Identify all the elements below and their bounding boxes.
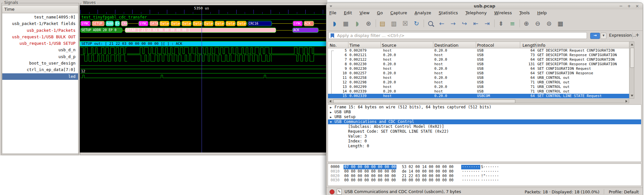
- expander-icon[interactable]: ▼: [328, 120, 334, 125]
- go-back-icon[interactable]: ←: [438, 19, 446, 28]
- reload-icon[interactable]: ↻: [412, 19, 421, 28]
- go-last-icon[interactable]: ⇥: [483, 19, 491, 28]
- save-file-icon[interactable]: ▥: [390, 19, 398, 28]
- scroll-right-icon[interactable]: [626, 100, 627, 103]
- column-header[interactable]: No.: [330, 42, 337, 48]
- ascii-bytes[interactable]: S·······: [481, 165, 499, 169]
- hex-row[interactable]: 0010 00 00 00 00 00 00 00 00 de 14 00 00…: [328, 169, 641, 174]
- profile-label[interactable]: Profile: Default: [609, 189, 639, 194]
- expert-info-icon[interactable]: [330, 189, 334, 194]
- packet-row[interactable]: 10 0.002257 0.20.0 host USB 64 SET CONFI…: [328, 71, 629, 76]
- menu-view[interactable]: View: [357, 10, 372, 16]
- ascii-bytes[interactable]: ········: [462, 174, 480, 178]
- start-capture-icon[interactable]: ◗: [330, 19, 339, 28]
- tree-row[interactable]: Length: 0: [328, 144, 641, 149]
- display-filter-input[interactable]: Apply a display filter ... <Ctrl-/>: [328, 32, 587, 39]
- vscroll-thumb[interactable]: [630, 48, 634, 68]
- tree-row[interactable]: ▼USB Communications and CDC Control: [328, 119, 641, 124]
- capture-options-icon[interactable]: ⊛: [364, 19, 373, 28]
- toolbar-separator[interactable]: [424, 19, 424, 27]
- tree-row[interactable]: Request Code: SET CONTROL LINE STATE (0x…: [328, 129, 641, 134]
- menu-file[interactable]: File: [326, 10, 339, 16]
- tree-row[interactable]: ▶Frame 15: 64 bytes on wire (512 bits), …: [328, 105, 641, 110]
- tree-row[interactable]: ▶URB setup: [328, 115, 641, 119]
- hex-bytes[interactable]: 00 00 00 00 00 00 00 00: [344, 169, 396, 174]
- signal-row[interactable]: test_name[4095:0]: [2, 14, 78, 20]
- zoom-in-icon[interactable]: ⊕: [522, 19, 531, 28]
- menu-telephony[interactable]: Telephony: [463, 10, 490, 16]
- expander-icon[interactable]: ▶: [328, 105, 334, 110]
- zoom-original-icon[interactable]: ⊜: [545, 19, 553, 28]
- packet-row[interactable]: 9 0.002230 host 0.20.0 USB 64 SET CONFIG…: [328, 67, 629, 71]
- hex-bytes[interactable]: de 14 00 00 00 00 00 00: [402, 169, 453, 174]
- zoom-out-icon[interactable]: ⊖: [533, 19, 542, 28]
- signal-row[interactable]: boot_to_user_design: [2, 60, 78, 67]
- hex-bytes[interactable]: 00 00 00 00 00 00 00 00: [344, 178, 396, 183]
- packet-list-hscrollbar[interactable]: [328, 99, 629, 103]
- close-file-icon[interactable]: ☒: [401, 19, 409, 28]
- maximize-button[interactable]: +: [626, 4, 632, 9]
- packet-row[interactable]: 13 0.002299 host 0.20.0 USB 71 URB_CONTR…: [328, 85, 629, 89]
- hex-bytes[interactable]: 53 02 00 14 00 00 00 00: [402, 165, 453, 169]
- tree-row[interactable]: Index: 0: [328, 139, 641, 144]
- tree-row[interactable]: [Subclass: Abstract Control Model (0x02)…: [328, 124, 641, 129]
- column-header[interactable]: Info: [537, 42, 545, 48]
- go-first-icon[interactable]: ⇤: [472, 19, 480, 28]
- colorize-icon[interactable]: ≡: [508, 19, 517, 28]
- toolbar-separator[interactable]: [494, 19, 495, 27]
- signal-row[interactable]: usb_packet-1/Packets: [2, 27, 78, 34]
- menu-wireless[interactable]: Wireless: [491, 10, 515, 16]
- scroll-down-icon[interactable]: [631, 95, 633, 97]
- signal-row[interactable]: led: [2, 73, 78, 80]
- expander-icon[interactable]: ▶: [328, 110, 334, 115]
- open-file-icon[interactable]: ▤: [378, 19, 387, 28]
- ascii-bytes[interactable]: !"······: [481, 174, 499, 178]
- packet-list-vscrollbar[interactable]: [629, 42, 634, 99]
- signal-row[interactable]: usb_request-1/USB SETUP: [2, 40, 78, 47]
- signals-time-header[interactable]: Time: [2, 6, 78, 13]
- menu-statistics[interactable]: Statistics: [436, 10, 461, 16]
- ascii-bytes[interactable]: ········: [481, 169, 499, 174]
- hex-bytes[interactable]: 21 22 03 00 00 00 00 00: [402, 174, 453, 178]
- scroll-up-icon[interactable]: [631, 43, 633, 45]
- go-forward-icon[interactable]: →: [449, 19, 457, 28]
- signal-row[interactable]: usb_packet-1/Packet fields: [2, 20, 78, 27]
- auto-scroll-icon[interactable]: ⇟: [497, 19, 505, 28]
- toolbar-separator[interactable]: [376, 19, 376, 27]
- signal-row[interactable]: usb_request-1/USB BULK OUT: [2, 34, 78, 40]
- tree-row[interactable]: ▶USB URB: [328, 110, 641, 115]
- column-header[interactable]: Length: [522, 42, 537, 48]
- ascii-bytes[interactable]: ········: [462, 169, 480, 174]
- column-header[interactable]: Protocol: [477, 42, 494, 48]
- wave-cursor-line[interactable]: [202, 10, 202, 152]
- packet-row[interactable]: 5 0.002079 host 0.20.0 USB 64 GET DESCRI…: [328, 48, 629, 53]
- capture-comment-icon[interactable]: ✎: [337, 189, 342, 195]
- apply-filter-button[interactable]: →: [590, 33, 600, 39]
- column-header[interactable]: Destination: [434, 42, 459, 48]
- signal-row[interactable]: usb_d_p: [2, 54, 78, 60]
- hex-row[interactable]: 0030 00 00 00 00 00 00 00 00 00 00 00 00…: [328, 178, 641, 183]
- column-header[interactable]: Time: [349, 42, 360, 48]
- stop-capture-icon[interactable]: ■: [342, 19, 350, 28]
- packet-row[interactable]: 8 0.002230 0.20.0 host USB 131 GET DESCR…: [328, 62, 629, 67]
- menu-go[interactable]: Go: [374, 10, 386, 16]
- ascii-bytes[interactable]: ········: [481, 178, 499, 183]
- expander-icon[interactable]: ▶: [328, 115, 334, 120]
- tree-row[interactable]: Value: 3: [328, 134, 641, 139]
- menu-tools[interactable]: Tools: [516, 10, 533, 16]
- hex-bytes[interactable]: 00 00 00 00 00 00 00 00: [344, 174, 396, 178]
- waves-canvas[interactable]: 5350 us test_tinyfpgabl_cdc_transfer SYN…: [80, 5, 327, 152]
- resize-columns-icon[interactable]: ▦: [556, 19, 565, 28]
- menu-analyze[interactable]: Analyze: [412, 10, 434, 16]
- ascii-bytes[interactable]: ········: [462, 178, 480, 183]
- menu-edit[interactable]: Edit: [341, 10, 355, 16]
- menu-capture[interactable]: Capture: [387, 10, 410, 16]
- go-to-packet-icon[interactable]: ↪: [460, 19, 469, 28]
- titlebar[interactable]: usb.pcap − + ×: [326, 3, 643, 10]
- hex-bytes[interactable]: 07 00 00 00 00 00 00 00: [344, 165, 396, 169]
- ascii-bytes[interactable]: ········: [461, 165, 480, 169]
- filter-dropdown-caret[interactable]: ▼: [601, 33, 606, 39]
- find-packet-icon[interactable]: [426, 19, 435, 28]
- packet-row[interactable]: 14 0.002339 0.20.0 host USB 71 URB_CONTR…: [328, 89, 629, 94]
- column-header[interactable]: Source: [382, 42, 396, 48]
